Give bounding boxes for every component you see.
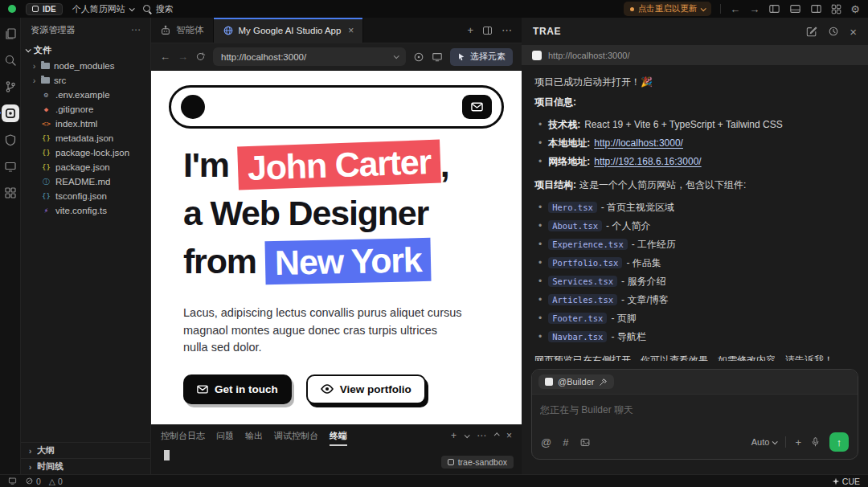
terminal-tabs: 控制台日志问题输出调试控制台终端 [161,425,347,446]
terminal-tab[interactable]: 终端 [330,425,347,446]
extensions-icon[interactable] [2,184,19,202]
file-tree-item[interactable]: {} metadata.json [21,131,150,145]
file-tree-item[interactable]: › src [21,73,150,88]
component-item: • Experience.tsx- 工作经历 [534,235,855,253]
files-section-header[interactable]: 文件 [21,42,150,59]
toggle-right-panel-icon[interactable] [810,3,822,14]
info-link[interactable]: http://192.168.6.16:3000/ [594,156,701,167]
project-switcher[interactable]: 个人简历网站 [72,3,133,15]
debug-icon[interactable] [2,131,19,149]
more-actions-icon[interactable]: ⋯ [477,430,486,441]
devices-icon[interactable] [2,158,19,175]
file-tree-item[interactable]: <> index.html [21,117,150,131]
bullet-icon: • [538,200,542,215]
mode-selector[interactable]: Auto [751,437,777,447]
ide-mode-badge[interactable]: IDE [26,3,63,15]
cue-assistant[interactable]: CUE [832,477,860,486]
tab-preview-app[interactable]: My Google AI Studio App × [214,18,364,43]
problems-warnings[interactable]: △0 [49,477,63,486]
browser-refresh-icon[interactable] [195,51,206,62]
file-tree-item[interactable]: ◆ .gitignore [21,102,150,117]
file-tree-item[interactable]: {} package-lock.json [21,145,150,160]
view-portfolio-button[interactable]: View portfolio [306,374,426,404]
mention-icon[interactable]: @ [541,436,551,448]
update-dot-icon [630,7,634,11]
more-actions-icon[interactable]: ⋯ [502,24,512,36]
history-icon[interactable] [828,26,839,37]
search-panel-icon[interactable] [2,51,19,69]
tree-chevron: › [31,76,37,85]
agent-chip[interactable]: @Builder [538,374,614,389]
split-editor-icon[interactable] [483,27,492,35]
file-tree-item[interactable]: ⚡ vite.config.ts [21,203,150,218]
close-panel-icon[interactable]: × [850,26,857,38]
hero-paragraph: Lacus, adipiscing lectus convallis purus… [183,305,465,357]
layout-grid-icon[interactable] [831,4,841,14]
global-search-button[interactable]: 搜索 [143,3,174,15]
web-preview: I'm John Carter, a Web Designer from New… [151,71,522,424]
more-actions-icon[interactable]: ⋯ [131,24,141,35]
info-link[interactable]: http://localhost:3000/ [594,137,683,149]
tab-label: 智能体 [176,24,204,36]
nav-back-button[interactable]: ← [730,3,740,15]
component-desc: - 服务介绍 [621,276,665,287]
open-in-browser-icon[interactable] [413,51,424,63]
chevron-down-icon [701,6,706,11]
image-icon[interactable] [579,437,591,448]
chat-input[interactable] [540,404,850,415]
sidebar-section[interactable]: › 大纲 [21,442,150,458]
file-tree-item[interactable]: {} tsconfig.json [21,189,150,203]
explorer-sidebar: 资源管理器 ⋯ 文件 › node_modules › src ⚙ .env.e… [21,18,151,474]
close-panel-icon[interactable]: × [506,430,512,441]
settings-gear-icon[interactable]: ⚙ [850,3,860,15]
trae-ai-icon[interactable] [2,104,19,122]
new-chat-icon[interactable] [806,26,817,37]
contact-mail-button[interactable] [462,95,492,119]
nav-forward-button[interactable]: → [749,3,760,15]
new-tab-icon[interactable]: + [467,24,473,36]
terminal-tab[interactable]: 调试控制台 [274,425,318,446]
component-code: Articles.tsx [548,294,617,305]
browser-forward-icon[interactable]: → [178,51,188,63]
file-tree-item[interactable]: {} package.json [21,160,150,174]
chevron-down-icon[interactable] [465,432,470,438]
search-label: 搜索 [156,3,174,15]
remote-icon[interactable] [8,477,17,485]
toggle-bottom-panel-icon[interactable] [789,3,801,14]
structure-line: 项目结构:这是一个个人简历网站，包含以下组件: [534,178,855,192]
mic-icon[interactable] [810,436,821,448]
file-tree-item[interactable]: ⚙ .env.example [21,88,150,102]
get-in-touch-button[interactable]: Get in touch [183,374,292,404]
sidebar-section[interactable]: › 时间线 [21,458,150,474]
terminal-tab[interactable]: 输出 [245,425,263,446]
plus-icon[interactable]: + [795,436,801,448]
restart-update-badge[interactable]: 点击重启以更新 [624,2,712,16]
chat-input-area[interactable] [532,395,858,432]
explorer-icon[interactable] [2,25,19,43]
problems-errors[interactable]: 0 [25,477,41,486]
sparkle-icon [832,477,840,485]
send-button[interactable]: ↑ [829,432,849,452]
file-tree-item[interactable]: › node_modules [21,59,150,73]
address-bar[interactable]: http://localhost:3000/ [213,47,406,66]
browser-back-icon[interactable]: ← [160,51,170,63]
inspect-element-button[interactable]: 选择元素 [450,48,513,66]
source-control-icon[interactable] [2,78,19,96]
terminal-tab[interactable]: 问题 [216,425,234,446]
browser-preview-icon [532,51,542,60]
new-terminal-icon[interactable]: + [451,430,457,441]
terminal-tab[interactable]: 控制台日志 [161,425,205,446]
component-desc: - 文章/博客 [621,294,669,305]
file-icon: <> [41,119,51,129]
file-tree-item[interactable]: ⓘ README.md [21,174,150,189]
tab-agent[interactable]: 智能体 [151,18,214,43]
device-toolbar-icon[interactable] [432,51,443,63]
terminal-body[interactable]: trae-sandbox [151,446,522,474]
close-icon[interactable]: × [348,25,354,36]
component-code: About.tsx [548,220,602,231]
divider [785,436,786,448]
terminal-panel: 控制台日志问题输出调试控制台终端 + ⋯ × trae-sandbox [151,424,522,474]
maximize-panel-icon[interactable] [494,432,500,438]
toggle-left-panel-icon[interactable] [768,3,780,14]
hash-icon[interactable]: # [563,436,568,448]
